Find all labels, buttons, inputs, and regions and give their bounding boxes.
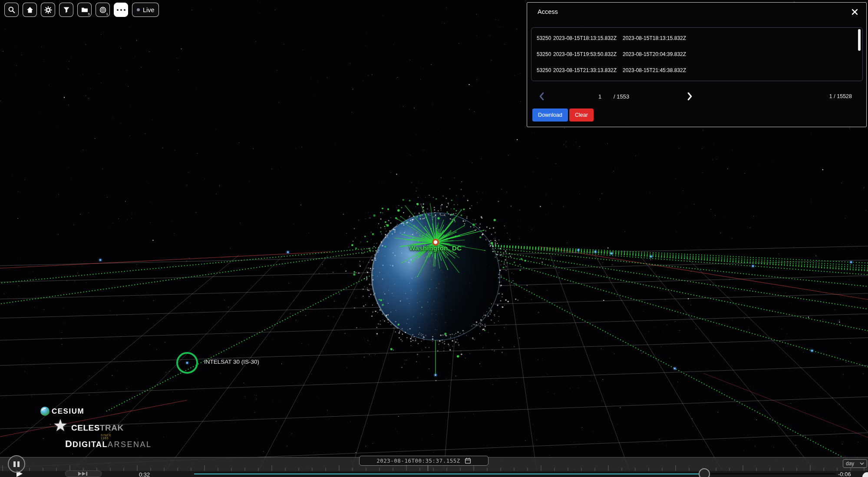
- cesium-globe-icon: [40, 407, 50, 416]
- magnifier-icon: [8, 6, 16, 14]
- cesium-logo[interactable]: CESIUM: [40, 407, 84, 416]
- disc-icon: [99, 6, 107, 14]
- remaining-time: -0:06: [838, 471, 851, 477]
- fast-forward-icon: [78, 472, 89, 476]
- digital-arsenal-text: DIGITAL: [73, 440, 108, 449]
- cesium-logo-text: CESIUM: [52, 407, 84, 416]
- sensors-button[interactable]: 1: [96, 3, 110, 17]
- celestrak-logo-text: CELES: [71, 423, 100, 432]
- current-timestamp: 2023-08-16T00:35:37.155Z: [376, 457, 460, 464]
- more-button[interactable]: [114, 3, 128, 17]
- rate-value: day: [846, 461, 857, 467]
- download-button[interactable]: Download: [532, 109, 568, 122]
- close-icon: [852, 9, 858, 15]
- access-results-table[interactable]: 53250 2023-08-15T18:13:15.832Z 2023-08-1…: [531, 27, 863, 81]
- access-panel-title: Access: [538, 8, 558, 15]
- progress-handle[interactable]: [699, 468, 710, 477]
- previous-page-button[interactable]: [539, 92, 545, 101]
- home-icon: [26, 6, 34, 14]
- ground-station-label[interactable]: Washington, DC: [409, 244, 462, 252]
- search-button[interactable]: [4, 3, 19, 17]
- page-total: / 1553: [614, 93, 629, 100]
- live-label: Live: [143, 7, 155, 13]
- row-end-time: 2023-08-15T21:45:38.832Z: [623, 67, 696, 73]
- chevron-left-icon: [539, 92, 545, 101]
- table-row[interactable]: 53250 2023-08-15T19:53:50.832Z 2023-08-1…: [531, 46, 862, 62]
- live-button[interactable]: Live: [132, 3, 159, 17]
- earth-globe[interactable]: [346, 186, 526, 366]
- table-row[interactable]: 53250 2023-08-15T18:13:15.832Z 2023-08-1…: [531, 30, 862, 46]
- current-time-display[interactable]: 2023-08-16T00:35:37.155Z: [359, 456, 488, 466]
- close-panel-button[interactable]: [851, 8, 858, 16]
- pause-icon: [13, 461, 16, 467]
- row-norad-id: 53250: [537, 67, 553, 73]
- live-status-dot: [137, 8, 140, 11]
- chevron-down-icon: [860, 462, 864, 465]
- row-start-time: 2023-08-15T21:33:13.832Z: [553, 67, 623, 73]
- celestrak-logo-text-light: TRAK: [100, 423, 124, 432]
- clear-button[interactable]: Clear: [569, 109, 594, 122]
- skip-forward-button[interactable]: [65, 470, 102, 477]
- rate-select[interactable]: day: [843, 459, 867, 468]
- row-norad-id: 53250: [537, 51, 553, 57]
- row-end-time: 2023-08-15T18:13:15.832Z: [623, 35, 696, 41]
- table-scrollbar[interactable]: [858, 29, 861, 51]
- app-viewport: Washington, DC INTELSAT 30 (IS-30): [0, 0, 868, 477]
- result-count-label: 1 / 15528: [829, 93, 852, 99]
- row-start-time: 2023-08-15T19:53:50.832Z: [553, 51, 623, 57]
- row-end-time: 2023-08-15T20:04:39.832Z: [623, 51, 696, 57]
- chevron-right-icon: [687, 92, 693, 101]
- gear-icon: [44, 6, 52, 14]
- folder-count-badge: 5: [88, 13, 90, 16]
- access-panel: Access 53250 2023-08-15T18:13:15.832Z 20…: [527, 2, 867, 127]
- digital-arsenal-logo[interactable]: D DIGITAL ARSENAL: [65, 438, 152, 450]
- settings-button[interactable]: [41, 3, 55, 17]
- home-button[interactable]: [23, 3, 37, 17]
- table-row[interactable]: 53250 2023-08-15T21:33:13.832Z 2023-08-1…: [531, 62, 862, 78]
- digital-arsenal-mark-icon: D: [65, 438, 72, 450]
- row-norad-id: 53250: [537, 35, 553, 41]
- selected-satellite-label[interactable]: INTELSAT 30 (IS-30): [204, 359, 259, 365]
- calendar-icon[interactable]: [465, 457, 471, 464]
- folders-button[interactable]: 5: [77, 3, 92, 17]
- sensor-count-badge: 1: [106, 13, 108, 16]
- next-page-button[interactable]: [687, 92, 693, 101]
- digital-arsenal-text-light: ARSENAL: [108, 440, 152, 449]
- pause-button[interactable]: [8, 455, 25, 473]
- folder-icon: [81, 6, 89, 14]
- page-current: 1: [598, 93, 601, 100]
- funnel-icon: [63, 6, 70, 14]
- celestrak-star-icon: ★: [53, 416, 68, 435]
- ellipsis-icon: [117, 9, 125, 11]
- filter-button[interactable]: [59, 3, 73, 17]
- row-start-time: 2023-08-15T18:13:15.832Z: [553, 35, 623, 41]
- progress-fill: [194, 474, 699, 475]
- elapsed-time: 0:32: [139, 471, 150, 477]
